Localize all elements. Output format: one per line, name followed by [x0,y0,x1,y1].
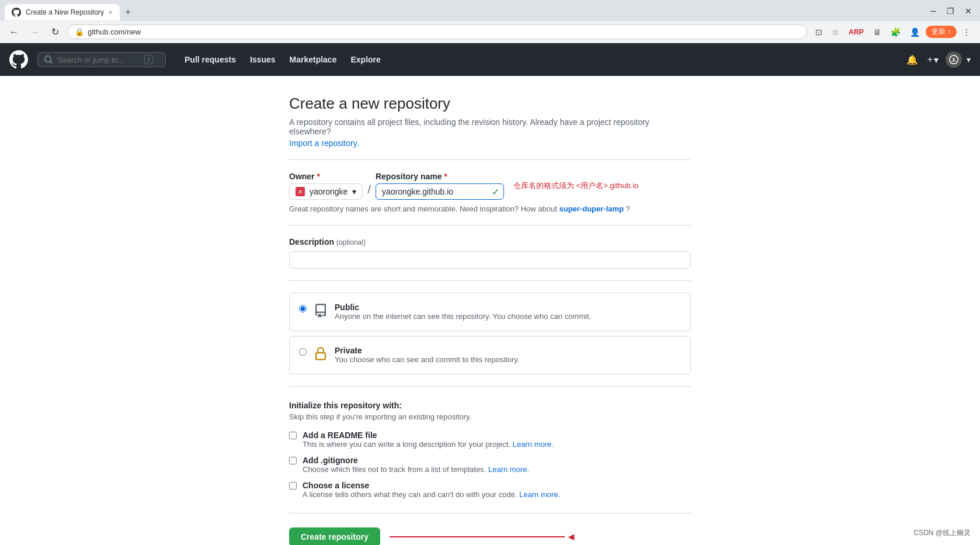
search-input[interactable] [58,55,140,64]
github-logo [9,50,28,69]
description-label: Description (optional) [289,237,691,247]
search-shortcut: / [144,55,153,64]
divider-4 [289,386,691,387]
public-desc: Anyone on the internet can see this repo… [335,312,681,321]
refresh-btn[interactable]: ↻ [48,25,62,39]
tab-title: Create a New Repository [26,8,104,16]
avatar-icon [949,55,958,64]
owner-required: * [317,172,319,181]
repo-name-input-wrap: ✓ [376,183,504,200]
owner-icon: ✕ [296,187,305,196]
readme-checkbox[interactable] [289,432,297,439]
chevron-down-icon: ▾ [934,54,939,65]
license-option: Choose a license A license tells others … [289,481,691,499]
forward-btn[interactable]: → [27,26,43,39]
private-label: Private [335,346,681,355]
gitignore-learn-more[interactable]: Learn more. [488,465,529,474]
private-icon [314,347,328,365]
gitignore-label: Add .gitignore [303,456,529,465]
private-radio[interactable] [299,348,307,356]
public-label: Public [335,303,681,312]
cast-btn[interactable]: 🖥 [870,25,885,39]
notifications-btn[interactable]: 🔔 [904,52,920,68]
repo-name-group: Repository name * ✓ [376,172,504,200]
divider-3 [289,280,691,281]
github-tab-icon [12,8,21,17]
name-separator: / [367,183,371,200]
github-header: / Pull requests Issues Marketplace Explo… [0,43,980,76]
avatar[interactable] [946,51,962,68]
owner-chevron: ▾ [352,187,356,196]
divider-1 [289,159,691,160]
license-label: Choose a license [303,481,560,490]
menu-btn[interactable]: ⋮ [959,25,974,39]
search-box[interactable]: / [37,52,166,67]
watermark: CSDN @线上幽灵 [910,527,974,539]
private-option[interactable]: Private You choose who can see and commi… [289,336,691,374]
plus-icon: + [927,54,933,65]
gitignore-content: Add .gitignore Choose which files not to… [303,456,529,474]
repo-name-label: Repository name * [376,172,504,181]
license-checkbox[interactable] [289,482,297,490]
main-nav: Pull requests Issues Marketplace Explore [180,53,385,67]
nav-pull-requests[interactable]: Pull requests [180,53,241,67]
owner-value: yaorongke [310,187,347,196]
readme-desc: This is where you can write a long descr… [303,440,554,449]
bookmark-btn[interactable]: ☆ [828,25,843,39]
owner-label: Owner * [289,172,363,181]
arrow-indicator: ◄ [390,531,576,543]
nav-explore[interactable]: Explore [346,53,385,67]
extensions-btn[interactable]: 🧩 [887,25,904,39]
nav-marketplace[interactable]: Marketplace [285,53,342,67]
arrow-head-icon: ◄ [566,531,576,543]
screenshot-btn[interactable]: ⊡ [812,25,826,39]
close-btn[interactable]: ✕ [961,5,975,17]
readme-learn-more[interactable]: Learn more. [513,440,554,449]
browser-tab: Create a New Repository × [5,4,120,20]
public-radio[interactable] [299,305,307,313]
repo-name-input[interactable] [376,183,504,200]
valid-icon: ✓ [492,186,499,197]
window-controls: ─ ❐ ✕ [927,5,975,19]
browser-toolbar: ← → ↻ 🔒 ⊡ ☆ ARP 🖥 🧩 👤 更新 ↑ ⋮ [0,21,980,43]
new-item-btn[interactable]: + ▾ [925,52,941,68]
public-content: Public Anyone on the internet can see th… [335,303,681,321]
address-bar[interactable]: 🔒 [67,25,807,39]
init-subtitle: Skip this step if you're importing an ex… [289,412,691,421]
import-link[interactable]: Import a repository. [289,138,359,148]
back-btn[interactable]: ← [6,26,22,39]
tab-close-btn[interactable]: × [109,9,112,16]
description-input[interactable] [289,251,691,269]
form-container: Create a new repository A repository con… [280,95,700,545]
profile-btn[interactable]: 👤 [906,25,923,39]
search-icon [44,55,53,64]
extension-arp-btn[interactable]: ARP [845,26,867,39]
gitignore-option: Add .gitignore Choose which files not to… [289,456,691,474]
suggestion-link[interactable]: super-duper-lamp [559,204,624,213]
address-input[interactable] [88,27,800,36]
minimize-btn[interactable]: ─ [927,5,940,17]
public-option[interactable]: Public Anyone on the internet can see th… [289,293,691,331]
license-learn-more[interactable]: Learn more. [519,490,560,499]
update-btn[interactable]: 更新 ↑ [926,26,957,38]
validation-message: 仓库名的格式须为 <用户名>.github.io [513,180,639,191]
description-group: Description (optional) [289,237,691,269]
init-section: Initialize this repository with: Skip th… [289,401,691,499]
license-desc: A license tells others what they can and… [303,490,560,499]
divider-2 [289,225,691,225]
private-content: Private You choose who can see and commi… [335,346,681,364]
suggestion-text: Great repository names are short and mem… [289,204,691,213]
private-desc: You choose who can see and commit to thi… [335,355,681,364]
init-title: Initialize this repository with: [289,401,691,410]
nav-issues[interactable]: Issues [245,53,280,67]
maximize-btn[interactable]: ❐ [943,5,958,17]
page-subtitle: A repository contains all project files,… [289,117,691,136]
gitignore-checkbox[interactable] [289,457,297,464]
visibility-section: Public Anyone on the internet can see th… [289,293,691,374]
new-tab-btn[interactable]: + [120,4,137,21]
readme-content: Add a README file This is where you can … [303,431,554,449]
readme-label: Add a README file [303,431,554,440]
avatar-chevron: ▾ [967,55,971,64]
owner-select[interactable]: ✕ yaorongke ▾ [289,183,363,200]
create-repository-btn[interactable]: Create repository [289,527,380,545]
